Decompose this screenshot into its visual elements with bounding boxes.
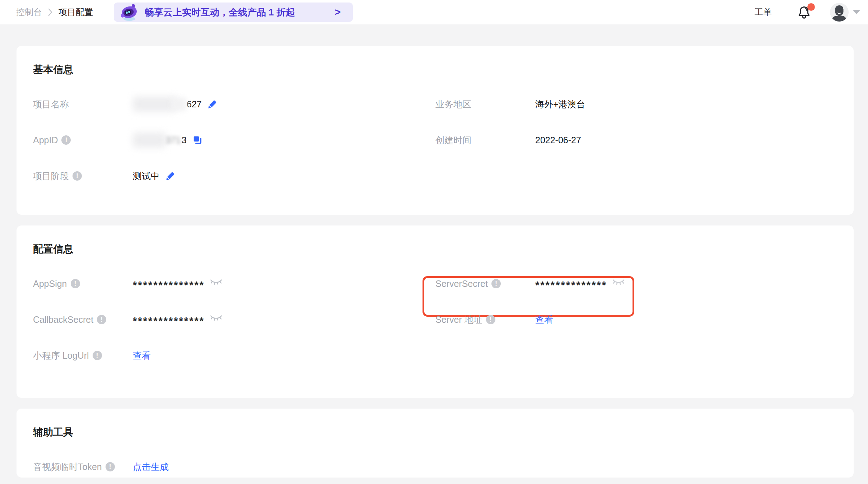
censored-blur	[171, 97, 187, 111]
breadcrumb-item-console[interactable]: 控制台	[16, 6, 42, 18]
field-app-id: AppID ! 371 3	[33, 132, 435, 148]
config-info-card: 配置信息 AppSign ! ************** ServerSecr	[17, 225, 854, 398]
field-miniprogram-logurl: 小程序 LogUrl ! 查看	[33, 350, 435, 362]
app-id-info-icon[interactable]: !	[61, 135, 71, 145]
server-secret-label: ServerSecret	[435, 279, 488, 289]
promo-banner[interactable]: 畅享云上实时互动，全线产品 1 折起 >	[114, 3, 353, 22]
rtc-temp-token-label: 音视频临时Token	[33, 461, 102, 473]
account-menu-caret-icon[interactable]	[853, 10, 860, 14]
avatar[interactable]	[830, 3, 849, 22]
project-stage-info-icon[interactable]: !	[73, 171, 82, 181]
server-secret-info-icon[interactable]: !	[491, 279, 501, 288]
field-callback-secret: CallbackSecret ! **************	[33, 315, 435, 325]
breadcrumb-item-project-config: 项目配置	[59, 6, 93, 18]
view-server-address-link[interactable]: 查看	[535, 314, 553, 326]
copy-app-id-button[interactable]	[192, 135, 202, 145]
app-id-value: 3	[182, 135, 187, 145]
app-id-label: AppID	[33, 135, 58, 145]
server-address-info-icon[interactable]: !	[486, 315, 495, 324]
top-bar: 控制台 项目配置 畅享云上实时互动，全线产品 1 折起 > 工单	[0, 0, 868, 24]
callback-secret-label: CallbackSecret	[33, 315, 93, 325]
app-id-blurred-digits: 371	[166, 135, 181, 145]
ticket-link[interactable]: 工单	[755, 6, 772, 18]
eye-closed-icon	[612, 278, 625, 287]
eye-closed-icon	[210, 278, 223, 287]
created-at-label: 创建时间	[435, 134, 471, 146]
field-project-name: 项目名称 627	[33, 97, 435, 112]
promo-arrow-icon[interactable]: >	[335, 6, 341, 18]
top-bar-actions: 工单	[755, 3, 860, 22]
app-sign-label: AppSign	[33, 279, 67, 289]
basic-info-title: 基本信息	[33, 63, 837, 76]
field-server-secret: ServerSecret ! **************	[435, 279, 837, 289]
eye-closed-icon	[210, 314, 223, 322]
business-region-label: 业务地区	[435, 98, 471, 110]
edit-project-name-button[interactable]	[207, 99, 218, 109]
field-business-region: 业务地区 海外+港澳台	[435, 98, 837, 110]
censored-blur	[133, 132, 166, 148]
edit-project-stage-button[interactable]	[165, 171, 176, 181]
reveal-callback-secret-button[interactable]	[210, 314, 223, 322]
promo-banner-text: 畅享云上实时互动，全线产品 1 折起	[145, 6, 295, 19]
field-server-address: Server 地址 ! 查看	[435, 314, 837, 326]
project-name-label: 项目名称	[33, 98, 69, 110]
mascot-icon	[119, 3, 140, 22]
miniprogram-logurl-info-icon[interactable]: !	[93, 351, 102, 360]
project-stage-value: 测试中	[133, 170, 160, 182]
reveal-server-secret-button[interactable]	[612, 278, 625, 287]
server-address-label: Server 地址	[435, 314, 482, 326]
created-at-value: 2022-06-27	[535, 135, 581, 145]
tools-card: 辅助工具 音视频临时Token ! 点击生成	[17, 409, 854, 478]
pencil-icon	[165, 171, 176, 181]
server-secret-masked-value: **************	[535, 280, 607, 290]
reveal-app-sign-button[interactable]	[210, 278, 223, 287]
notification-bell-button[interactable]	[798, 5, 811, 19]
breadcrumb-separator-icon	[48, 8, 53, 17]
app-sign-info-icon[interactable]: !	[71, 279, 80, 288]
field-created-at: 创建时间 2022-06-27	[435, 134, 837, 146]
generate-token-link[interactable]: 点击生成	[133, 461, 169, 473]
copy-icon	[192, 135, 202, 145]
notification-dot	[807, 3, 815, 11]
callback-secret-masked-value: **************	[133, 316, 205, 326]
field-project-stage: 项目阶段 ! 测试中	[33, 170, 435, 182]
business-region-value: 海外+港澳台	[535, 98, 585, 110]
field-rtc-temp-token: 音视频临时Token ! 点击生成	[33, 461, 435, 473]
config-info-title: 配置信息	[33, 243, 837, 256]
basic-info-card: 基本信息 项目名称 627 业务地区	[17, 46, 854, 215]
project-name-value: 627	[187, 99, 202, 110]
field-app-sign: AppSign ! **************	[33, 279, 435, 289]
callback-secret-info-icon[interactable]: !	[97, 315, 106, 324]
app-sign-masked-value: **************	[133, 280, 205, 290]
project-stage-label: 项目阶段	[33, 170, 69, 182]
censored-blur	[133, 97, 176, 112]
tools-title: 辅助工具	[33, 426, 837, 439]
view-miniprogram-logurl-link[interactable]: 查看	[133, 350, 151, 362]
rtc-temp-token-info-icon[interactable]: !	[106, 462, 115, 471]
pencil-icon	[207, 99, 218, 109]
miniprogram-logurl-label: 小程序 LogUrl	[33, 350, 89, 362]
